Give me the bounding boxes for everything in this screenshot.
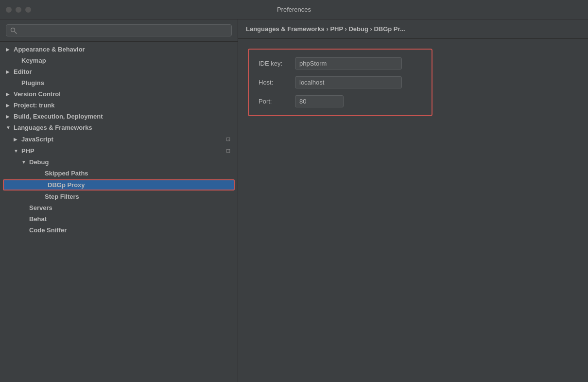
sidebar-item-step-filters[interactable]: Step Filters [0,191,238,202]
search-wrapper [6,24,232,36]
host-label: Host: [259,79,295,86]
main-layout: ▶ Appearance & Behavior Keymap ▶ Editor … [0,19,588,382]
port-label: Port: [259,98,295,105]
sidebar-item-label: Behat [29,215,47,223]
port-input[interactable] [295,95,344,107]
sidebar-item-project-trunk[interactable]: ▶ Project: trunk [0,100,238,111]
ide-key-input[interactable] [295,57,402,69]
sidebar-item-dbgp-proxy[interactable]: DBGp Proxy [3,179,235,191]
sidebar-item-editor[interactable]: ▶ Editor [0,66,238,77]
sidebar-item-behat[interactable]: Behat [0,213,238,225]
arrow-icon: ▼ [14,148,21,154]
sidebar-item-label: Editor [14,68,32,75]
search-input[interactable] [20,27,227,34]
sidebar-item-label: Step Filters [45,193,79,200]
sidebar-item-debug[interactable]: ▼ Debug [0,156,238,168]
sidebar-item-label: Debug [29,158,49,166]
sidebar-item-label: Code Sniffer [29,226,67,234]
minimize-button[interactable] [16,7,21,13]
arrow-icon: ▶ [6,91,14,97]
sidebar-tree: ▶ Appearance & Behavior Keymap ▶ Editor … [0,42,238,382]
sidebar-item-appearance[interactable]: ▶ Appearance & Behavior [0,44,238,55]
sidebar-item-label: Servers [29,204,52,211]
ide-key-row: IDE key: [259,57,422,69]
sidebar-item-label: Keymap [21,57,46,64]
sidebar-item-languages[interactable]: ▼ Languages & Frameworks [0,122,238,133]
sidebar-item-label: Skipped Paths [45,170,88,177]
port-row: Port: [259,95,422,107]
close-button[interactable] [6,7,12,13]
content-panel: Languages & Frameworks › PHP › Debug › D… [238,19,588,382]
sidebar-item-label: Languages & Frameworks [14,124,92,131]
sidebar-item-build[interactable]: ▶ Build, Execution, Deployment [0,111,238,122]
svg-line-1 [15,32,17,34]
sidebar-item-php[interactable]: ▼ PHP ⊡ [0,145,238,156]
sidebar-item-skipped-paths[interactable]: Skipped Paths [0,168,238,179]
arrow-icon: ▶ [6,47,14,52]
breadcrumb: Languages & Frameworks › PHP › Debug › D… [238,19,588,39]
arrow-icon: ▶ [6,103,14,108]
sidebar-item-servers[interactable]: Servers [0,202,238,213]
sidebar-item-label: Plugins [21,79,44,87]
search-bar [0,19,238,42]
sidebar-item-version-control[interactable]: ▶ Version Control [0,88,238,100]
sidebar-item-label: Project: trunk [14,102,55,109]
arrow-icon: ▶ [14,137,21,142]
sidebar-item-label: JavaScript [21,136,53,143]
sidebar-item-javascript[interactable]: ▶ JavaScript ⊡ [0,133,238,145]
maximize-button[interactable] [25,7,31,13]
traffic-lights [6,7,31,13]
ide-key-label: IDE key: [259,60,295,67]
sidebar-item-plugins[interactable]: Plugins [0,77,238,88]
content-body: IDE key: Host: Port: [238,39,588,382]
arrow-icon: ▶ [6,114,14,119]
dbgp-proxy-form: IDE key: Host: Port: [248,49,432,116]
copy-icon: ⊡ [224,135,232,143]
svg-point-0 [11,28,15,32]
host-row: Host: [259,76,422,88]
sidebar-item-keymap[interactable]: Keymap [0,55,238,66]
window-title: Preferences [277,6,311,13]
arrow-icon: ▶ [6,69,14,74]
sidebar-item-label: PHP [21,147,35,155]
copy-icon: ⊡ [224,147,232,155]
sidebar-item-label: Version Control [14,90,61,98]
host-input[interactable] [295,76,402,88]
arrow-icon: ▼ [6,125,14,130]
titlebar: Preferences [0,0,588,19]
arrow-icon: ▼ [21,159,29,165]
sidebar-item-label: Build, Execution, Deployment [14,113,103,120]
sidebar-item-label: Appearance & Behavior [14,46,85,53]
search-icon [10,27,17,34]
sidebar: ▶ Appearance & Behavior Keymap ▶ Editor … [0,19,238,382]
sidebar-item-label: DBGp Proxy [48,181,85,189]
sidebar-item-code-sniffer[interactable]: Code Sniffer [0,225,238,236]
